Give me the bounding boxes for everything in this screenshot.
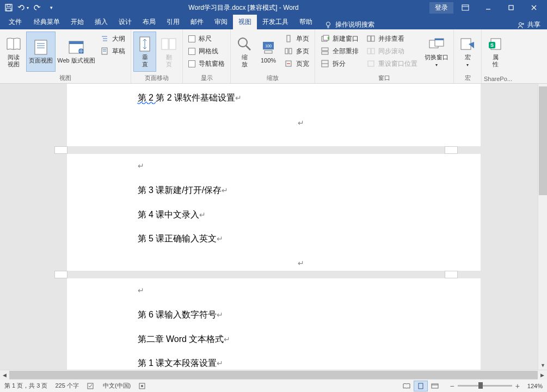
tab-view[interactable]: 视图 bbox=[233, 15, 257, 29]
qat-customize-button[interactable]: ▾ bbox=[45, 1, 58, 14]
checkbox-icon bbox=[188, 35, 195, 42]
language-indicator[interactable]: 中文(中国) bbox=[103, 382, 131, 390]
svg-rect-1 bbox=[7, 4, 10, 7]
scroll-down-arrow[interactable]: ▼ bbox=[538, 360, 547, 370]
tab-help[interactable]: 帮助 bbox=[294, 15, 318, 29]
macros-icon bbox=[459, 35, 476, 53]
tab-insert[interactable]: 插入 bbox=[89, 15, 113, 29]
tab-mail[interactable]: 邮件 bbox=[185, 15, 209, 29]
horizontal-scrollbar[interactable]: ◀ ▶ bbox=[0, 370, 547, 379]
arrange-button[interactable]: 全部重排 bbox=[319, 45, 360, 57]
print-mode-btn[interactable] bbox=[414, 381, 428, 391]
read-mode-btn[interactable] bbox=[400, 381, 414, 391]
doc-line[interactable]: ↵ bbox=[138, 278, 464, 303]
read-view-button[interactable]: 阅读 视图 bbox=[2, 32, 25, 72]
doc-line[interactable]: 第二章 Word 文本格式↵ bbox=[138, 327, 464, 352]
svg-rect-37 bbox=[289, 48, 292, 54]
scroll-thumb-h[interactable] bbox=[9, 371, 538, 379]
viewside-button[interactable]: 并排查看 bbox=[365, 33, 419, 45]
tab-layout[interactable]: 布局 bbox=[137, 15, 161, 29]
page-break bbox=[0, 271, 547, 278]
svg-line-31 bbox=[246, 46, 250, 50]
close-button[interactable] bbox=[523, 0, 545, 15]
navpane-checkbox[interactable]: 导航窗格 bbox=[187, 58, 226, 70]
sidebyside-page-button[interactable]: 翻 页 bbox=[157, 32, 180, 72]
properties-button[interactable]: S 属 性 bbox=[484, 32, 507, 72]
macro-record-icon[interactable] bbox=[138, 382, 146, 390]
tab-file[interactable]: 文件 bbox=[2, 15, 28, 29]
titlebar: ▾ ▾ Word学习目录.docx [兼容模式] - Word 登录 bbox=[0, 0, 547, 15]
document-area[interactable]: 第 2 第 2 课软件基础设置第 2 课软件基础设置↵ ↵ ↵ 第 3 课新建/… bbox=[0, 84, 547, 370]
zoom-button[interactable]: 缩 放 bbox=[233, 32, 256, 72]
macros-button[interactable]: 宏▾ bbox=[456, 32, 479, 72]
vertical-button[interactable]: 垂 直 bbox=[133, 32, 156, 72]
svg-rect-28 bbox=[162, 39, 168, 49]
split-button[interactable]: 拆分 bbox=[319, 58, 360, 70]
ribbon-display-button[interactable] bbox=[454, 0, 476, 15]
slider-thumb[interactable] bbox=[478, 382, 483, 389]
doc-line[interactable]: 第 6 课输入数字符号↵ bbox=[138, 303, 464, 327]
save-button[interactable] bbox=[2, 1, 15, 14]
hundred-icon: 100 bbox=[260, 39, 277, 56]
maximize-button[interactable] bbox=[500, 0, 522, 15]
scroll-right-arrow[interactable]: ▶ bbox=[538, 370, 547, 379]
zoom-in-btn[interactable]: + bbox=[515, 382, 520, 390]
newwin-button[interactable]: ✱新建窗口 bbox=[319, 33, 360, 45]
scroll-thumb[interactable] bbox=[539, 86, 547, 195]
web-layout-button[interactable]: Web 版式视图 bbox=[57, 32, 96, 72]
tab-home[interactable]: 开始 bbox=[65, 15, 89, 29]
multipage-button[interactable]: 多页 bbox=[283, 45, 310, 57]
slider-track[interactable] bbox=[458, 385, 512, 387]
newwin-icon: ✱ bbox=[321, 34, 329, 43]
redo-button[interactable] bbox=[30, 1, 44, 14]
resetpos-icon bbox=[366, 59, 375, 68]
tab-review[interactable]: 审阅 bbox=[209, 15, 233, 29]
svg-rect-42 bbox=[322, 48, 328, 51]
tab-references[interactable]: 引用 bbox=[161, 15, 185, 29]
web-mode-btn[interactable] bbox=[428, 381, 442, 391]
window-controls: 登录 bbox=[429, 0, 545, 15]
tab-classic[interactable]: 经典菜单 bbox=[28, 15, 65, 29]
outline-button[interactable]: 大纲 bbox=[99, 33, 126, 45]
minimize-button[interactable] bbox=[477, 0, 499, 15]
ruler-checkbox[interactable]: 标尺 bbox=[187, 33, 226, 45]
doc-line[interactable]: 第 5 课正确输入英文↵ bbox=[138, 227, 464, 251]
doc-line[interactable]: ↵ bbox=[138, 154, 464, 178]
word-count[interactable]: 225 个字 bbox=[55, 382, 78, 390]
doc-line[interactable]: 第 1 课文本段落设置↵ bbox=[138, 351, 464, 370]
share-button[interactable]: 共享 bbox=[513, 20, 545, 29]
undo-button[interactable]: ▾ bbox=[16, 1, 29, 14]
gridlines-checkbox[interactable]: 网格线 bbox=[187, 45, 226, 57]
outline-icon bbox=[100, 34, 109, 43]
split-icon bbox=[321, 59, 329, 68]
tab-design[interactable]: 设计 bbox=[113, 15, 137, 29]
pagewidth-button[interactable]: 页宽 bbox=[283, 58, 310, 70]
doc-line[interactable]: 第 2 第 2 课软件基础设置第 2 课软件基础设置↵ bbox=[138, 86, 464, 111]
spellcheck-icon[interactable] bbox=[87, 382, 95, 390]
switch-window-button[interactable]: 切换窗口▾ bbox=[422, 32, 451, 72]
view-mode-buttons bbox=[400, 381, 442, 391]
hundred-button[interactable]: 100 100% bbox=[257, 32, 280, 72]
zoom-slider[interactable]: − + bbox=[450, 382, 519, 390]
onepage-button[interactable]: 单页 bbox=[283, 33, 310, 45]
vertical-scrollbar[interactable]: ▲ ▼ bbox=[538, 84, 547, 370]
ribbon-tabs: 文件 经典菜单 开始 插入 设计 布局 引用 邮件 审阅 视图 开发工具 帮助 … bbox=[0, 15, 547, 29]
page-break bbox=[0, 146, 547, 154]
print-layout-button[interactable]: 页面视图 bbox=[26, 32, 56, 72]
group-zoom: 缩 放 100 100% 单页 多页 页宽 缩放 bbox=[231, 29, 315, 83]
svg-rect-46 bbox=[367, 36, 371, 41]
draft-button[interactable]: 草稿 bbox=[99, 45, 126, 57]
tab-developer[interactable]: 开发工具 bbox=[257, 15, 294, 29]
zoom-level[interactable]: 124% bbox=[527, 383, 543, 389]
tell-me-search[interactable]: 操作说明搜索 bbox=[320, 20, 379, 29]
window-title: Word学习目录.docx [兼容模式] - Word bbox=[58, 3, 429, 13]
svg-text:✱: ✱ bbox=[327, 36, 329, 41]
zoom-out-btn[interactable]: − bbox=[450, 382, 454, 390]
doc-line[interactable]: 第 3 课新建/打开/保存↵ bbox=[138, 178, 464, 203]
doc-line[interactable]: 第 4 课中文录入↵ bbox=[138, 203, 464, 227]
page-indicator[interactable]: 第 1 页，共 3 页 bbox=[4, 382, 47, 390]
scroll-left-arrow[interactable]: ◀ bbox=[0, 370, 9, 379]
svg-point-12 bbox=[519, 22, 522, 25]
login-button[interactable]: 登录 bbox=[429, 2, 453, 14]
doc-line[interactable]: ↵ bbox=[138, 111, 464, 135]
